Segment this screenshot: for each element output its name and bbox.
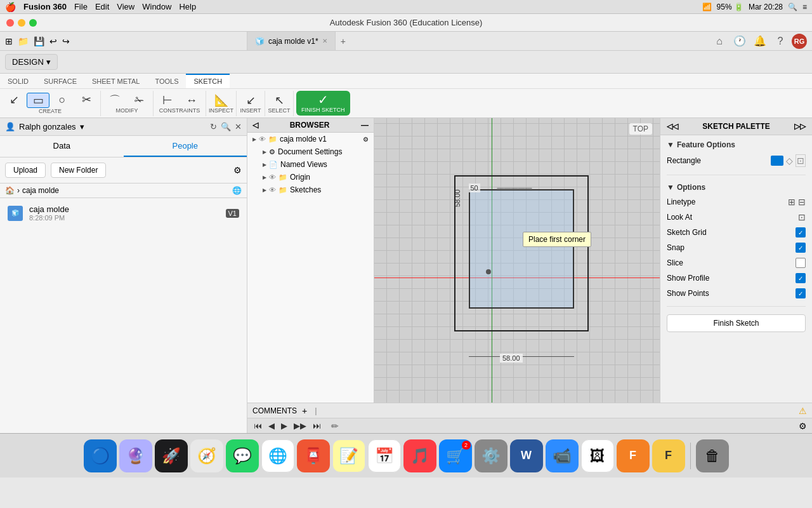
dock-word[interactable]: W [510, 439, 543, 472]
slice-checkbox[interactable] [796, 258, 806, 268]
dock-trash[interactable]: 🗑 [696, 439, 729, 472]
insert-tool[interactable]: ↙ [239, 93, 262, 107]
dock-preview[interactable]: 🖼 [581, 439, 614, 472]
dock-sysprefs[interactable]: ⚙️ [475, 439, 508, 472]
nav-first-button[interactable]: ⏮ [252, 421, 263, 431]
snap-checkbox[interactable]: ✓ [796, 243, 806, 253]
item-settings-icon[interactable]: ⚙ [363, 136, 369, 143]
browser-collapse-icon[interactable]: ◁ [252, 121, 258, 130]
sketches-eye[interactable]: 👁 [269, 186, 276, 194]
menu-file[interactable]: File [74, 2, 88, 11]
menu-window[interactable]: Window [142, 2, 171, 11]
help-icon-btn[interactable]: ? [771, 32, 789, 50]
linetype-icon1[interactable]: ⊞ [788, 197, 796, 207]
tab-tools[interactable]: TOOLS [147, 74, 186, 88]
undo-icon[interactable]: ↩ [49, 36, 57, 46]
sketch-tool-circle[interactable]: ○ [51, 93, 74, 108]
sidebar-search-button[interactable]: 🔍 [221, 122, 231, 131]
showpoints-checkbox[interactable]: ✓ [796, 288, 806, 298]
notification-icon[interactable]: ≡ [802, 3, 807, 11]
dock-chrome[interactable]: 🌐 [261, 439, 294, 472]
browser-item-root[interactable]: ▶ 👁 📁 caja molde v1 ⚙ [247, 133, 374, 145]
search-icon[interactable]: 🔍 [788, 3, 797, 11]
showprofile-checkbox[interactable]: ✓ [796, 273, 806, 283]
menu-help[interactable]: Help [179, 2, 196, 11]
rect-filled-icon[interactable] [771, 156, 783, 166]
tab-caja-molde[interactable]: 🧊 caja molde v1* ✕ [247, 32, 336, 50]
tab-surface[interactable]: SURFACE [36, 74, 84, 88]
nav-last-button[interactable]: ⏭ [311, 421, 322, 431]
dock-appstore[interactable]: 🛒 2 [439, 439, 472, 472]
design-mode-button[interactable]: DESIGN ▾ [5, 54, 58, 70]
dock-fusion360[interactable]: F [617, 439, 650, 472]
close-button[interactable] [6, 19, 14, 27]
lookat-icon[interactable]: ⊡ [798, 212, 806, 222]
menu-view[interactable]: View [117, 2, 134, 11]
dock-postman[interactable]: 📮 [297, 439, 330, 472]
timeline-settings-icon[interactable]: ⚙ [799, 421, 807, 431]
nav-play-button[interactable]: ▶ [280, 421, 289, 431]
user-avatar[interactable]: RG [792, 34, 807, 49]
browser-item-sketches[interactable]: ▶ 👁 📁 Sketches [247, 184, 374, 196]
sketchgrid-checkbox[interactable]: ✓ [796, 227, 806, 237]
tab-sheetmetal[interactable]: SHEET METAL [84, 74, 147, 88]
sketch-tool-trim[interactable]: ✁ [128, 93, 150, 107]
grid-icon[interactable]: ⊞ [5, 36, 13, 46]
close-tab-icon[interactable]: ✕ [322, 37, 327, 44]
notification-bell[interactable]: 🔔 [751, 32, 769, 50]
file-item-caja[interactable]: 🧊 caja molde 8:28:09 PM V1 [0, 201, 247, 225]
home-breadcrumb[interactable]: 🏠 [5, 186, 15, 195]
dock-fusion2[interactable]: F [652, 439, 685, 472]
save-icon[interactable]: 💾 [34, 36, 44, 46]
browser-item-namedviews[interactable]: ▶ 📄 Named Views [247, 158, 374, 171]
canvas-area[interactable]: 50 ————— 58.00 58.00 Place first corner … [374, 118, 660, 403]
constraint-tool[interactable]: ⊢ [156, 93, 179, 107]
new-folder-button[interactable]: New Folder [51, 163, 106, 178]
nav-prev-button[interactable]: ◀ [267, 421, 276, 431]
file-version-badge[interactable]: V1 [226, 209, 239, 218]
refresh-button[interactable]: ↻ [210, 122, 217, 131]
palette-expand-icon[interactable]: ▷▷ [794, 122, 806, 131]
menu-edit[interactable]: Edit [95, 2, 109, 11]
browser-minimize-icon[interactable]: — [361, 121, 369, 130]
maximize-button[interactable] [29, 19, 37, 27]
home-icon-btn[interactable]: ⌂ [710, 32, 728, 50]
sketch-tool-line[interactable]: ↙ [3, 93, 25, 108]
rect-center-icon[interactable]: ⊡ [796, 154, 806, 167]
dock-calendar[interactable]: 📅 [368, 439, 401, 472]
dock-siri[interactable]: 🔮 [119, 439, 152, 472]
history-icon-btn[interactable]: 🕐 [731, 32, 749, 50]
dock-zoom[interactable]: 📹 [546, 439, 579, 472]
tab-solid[interactable]: SOLID [0, 74, 36, 88]
folder-icon[interactable]: 📁 [18, 36, 29, 46]
nav-next-button[interactable]: ▶▶ [292, 421, 308, 431]
new-tab-button[interactable]: + [336, 32, 351, 50]
breadcrumb-item-caja[interactable]: caja molde [22, 186, 59, 195]
rect-outline-icon[interactable]: ◇ [786, 156, 793, 166]
dock-music[interactable]: 🎵 [403, 439, 436, 472]
sketch-tool-fillet[interactable]: ⌒ [103, 93, 126, 107]
settings-button[interactable]: ⚙ [233, 165, 242, 175]
dock-launchpad[interactable]: 🚀 [155, 439, 188, 472]
redo-icon[interactable]: ↪ [62, 36, 70, 46]
item-eye[interactable]: 👁 [259, 135, 266, 143]
browser-item-origin[interactable]: ▶ 👁 📁 Origin [247, 171, 374, 184]
sketch-tool-arc[interactable]: ✂ [75, 93, 98, 108]
options-header[interactable]: ▼ Options [660, 180, 812, 194]
palette-collapse-icon[interactable]: ◁◁ [667, 122, 678, 131]
sidebar-close-button[interactable]: ✕ [235, 122, 242, 131]
dock-finder[interactable]: 🔵 [84, 439, 117, 472]
apple-menu[interactable]: 🍎 [5, 2, 16, 12]
app-name[interactable]: Fusion 360 [23, 2, 67, 11]
finish-sketch-button[interactable]: Finish Sketch [667, 314, 806, 332]
linetype-icon2[interactable]: ⊟ [798, 197, 806, 207]
add-comment-button[interactable]: + [302, 406, 307, 416]
browser-item-docsettings[interactable]: ▶ ⚙ Document Settings [247, 145, 374, 158]
sketch-tool-rect[interactable]: ▭ [27, 93, 49, 108]
tab-sketch[interactable]: SKETCH [186, 74, 230, 88]
origin-eye[interactable]: 👁 [269, 173, 276, 181]
inspect-tool[interactable]: 📐 [210, 93, 233, 107]
tab-people[interactable]: People [124, 136, 247, 157]
finish-sketch-toolbar-button[interactable]: ✓ FINISH SKETCH [296, 91, 350, 116]
dock-safari[interactable]: 🧭 [190, 439, 223, 472]
